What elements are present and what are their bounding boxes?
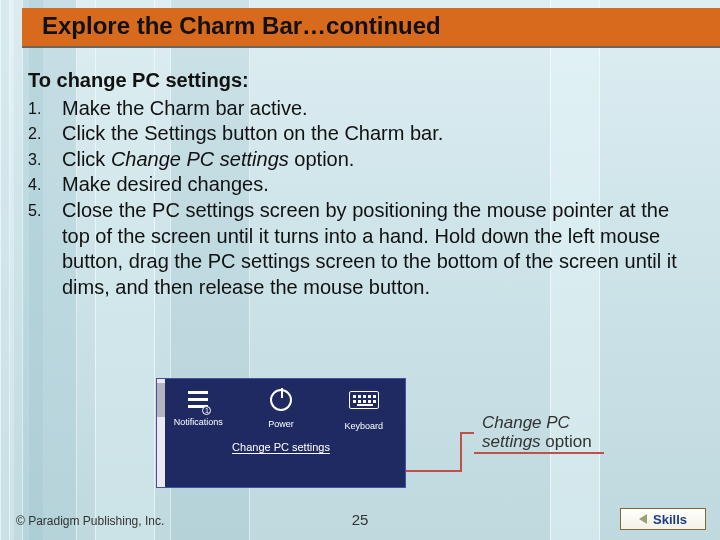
list-item: 5.Close the PC settings screen by positi… [28,198,696,300]
step-number: 1. [28,96,62,122]
callout-connector [460,432,462,472]
keyboard-icon [349,391,379,417]
list-item: 3.Click Change PC settings option. [28,147,696,173]
page-number: 25 [352,511,369,528]
step-number: 2. [28,121,62,147]
step-number: 3. [28,147,62,173]
notifications-icon: 1 [183,387,213,413]
arrow-left-icon [639,514,647,524]
copyright-text: © Paradigm Publishing, Inc. [16,514,164,528]
lead-text: To change PC settings: [28,68,696,94]
callout-connector [460,432,474,434]
settings-item-power: Power [246,387,316,431]
change-pc-settings-link: Change PC settings [157,441,405,453]
scrollbar-thumb [157,383,165,417]
callout-connector [406,470,462,472]
settings-item-label: Keyboard [329,421,399,431]
body-text: To change PC settings: 1.Make the Charm … [28,68,696,300]
settings-item-notifications: 1 Notifications [163,387,233,431]
steps-list: 1.Make the Charm bar active. 2.Click the… [28,96,696,301]
step-text: Make desired changes. [62,172,696,198]
settings-item-label: Notifications [163,417,233,427]
scrollbar-track [157,379,165,487]
list-item: 2.Click the Settings button on the Charm… [28,121,696,147]
settings-item-keyboard: Keyboard [329,387,399,431]
list-item: 1.Make the Charm bar active. [28,96,696,122]
slide-title: Explore the Charm Bar…continued [42,12,441,40]
settings-row: 1 Notifications Power Keyboard [157,379,405,431]
callout-underline [474,452,604,454]
step-text: Click the Settings button on the Charm b… [62,121,696,147]
step-number: 5. [28,198,62,300]
callout-label: Change PC settings option [474,410,606,455]
step-number: 4. [28,172,62,198]
skills-button-label: Skills [653,512,687,527]
settings-item-label: Power [246,419,316,429]
slide: Explore the Charm Bar…continued To chang… [0,0,720,540]
step-text: Click Change PC settings option. [62,147,696,173]
step-text: Close the PC settings screen by position… [62,198,696,300]
settings-panel-screenshot: 1 Notifications Power Keyboard Change PC… [156,378,406,488]
bg-stripe [0,0,10,540]
list-item: 4.Make desired changes. [28,172,696,198]
power-icon [266,389,296,415]
step-text: Make the Charm bar active. [62,96,696,122]
skills-button[interactable]: Skills [620,508,706,530]
